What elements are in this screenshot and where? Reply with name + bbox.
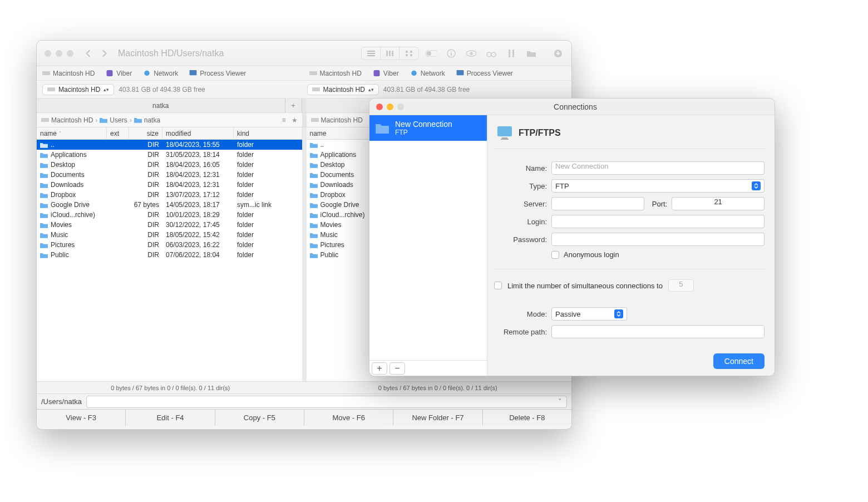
mode-label: Mode: (494, 310, 547, 318)
view-columns-button[interactable] (381, 47, 400, 60)
fn-button[interactable]: Copy - F5 (215, 410, 304, 426)
status-right: 0 bytes / 67 bytes in 0 / 0 file(s). 0 /… (304, 382, 572, 393)
favorite-process-viewer-right[interactable]: Process Viewer (456, 70, 513, 77)
breadcrumb-item[interactable]: Users (100, 116, 127, 124)
svg-rect-4 (389, 51, 391, 56)
view-grid-button[interactable] (400, 47, 418, 60)
favorite-macintosh-hd[interactable]: Macintosh HD (42, 70, 95, 77)
favorite-network-right[interactable]: Network (410, 70, 445, 77)
table-row[interactable]: Google Drive67 bytes14/05/2023, 18:17sym… (37, 200, 302, 210)
password-input[interactable] (551, 233, 765, 246)
remote-path-input[interactable] (551, 325, 765, 338)
port-input[interactable]: 21 (672, 197, 765, 210)
close-window-button[interactable] (45, 50, 51, 57)
table-row[interactable]: PublicDIR07/06/2022, 18:04folder (37, 250, 302, 260)
favorite-macintosh-hd-right[interactable]: Macintosh HD (309, 70, 362, 77)
fn-button[interactable]: New Folder - F7 (393, 410, 482, 426)
status-left: 0 bytes / 67 bytes in 0 / 0 file(s). 0 /… (37, 382, 304, 393)
path-input[interactable]: ˅ (86, 396, 567, 408)
toggle-icon[interactable] (426, 50, 437, 57)
svg-point-13 (451, 51, 452, 52)
sidebar-toolbar: + − (369, 360, 487, 376)
header-kind[interactable]: kind (234, 127, 302, 139)
add-connection-button[interactable]: + (372, 362, 387, 375)
svg-rect-26 (309, 71, 317, 75)
svg-rect-27 (373, 70, 379, 76)
add-tab-button-left[interactable]: + (285, 99, 302, 112)
minimize-dialog-button[interactable] (387, 104, 393, 110)
view-list-button[interactable] (362, 47, 381, 60)
drive-bar: Macintosh HD ▴▾ 403.81 GB of 494.38 GB f… (37, 81, 571, 99)
fn-button[interactable]: Edit - F4 (126, 410, 215, 426)
table-row[interactable]: ..DIR18/04/2023, 15:55folder (37, 140, 302, 150)
svg-rect-35 (502, 137, 507, 139)
svg-rect-6 (406, 51, 408, 53)
folder-icon[interactable] (526, 50, 537, 57)
fn-button[interactable]: Delete - F8 (483, 410, 571, 426)
server-input[interactable] (551, 197, 644, 210)
connections-sidebar: New Connection FTP + − (369, 115, 487, 376)
breadcrumb-item[interactable]: Macintosh HD (311, 116, 363, 124)
path-label: /Users/natka (41, 397, 82, 406)
name-input[interactable]: New Connection (551, 161, 765, 175)
svg-point-18 (491, 52, 496, 57)
drive-selector-right[interactable]: Macintosh HD ▴▾ (307, 84, 379, 95)
back-button[interactable] (83, 48, 93, 58)
favorite-network[interactable]: Network (143, 70, 178, 77)
favorite-viber[interactable]: Viber (106, 70, 132, 77)
list-view-icon[interactable]: ≡ (282, 116, 285, 124)
table-row[interactable]: DownloadsDIR18/04/2023, 12:31folder (37, 180, 302, 190)
svg-rect-36 (501, 139, 509, 140)
limit-input[interactable]: 5 (668, 279, 694, 292)
binoculars-icon[interactable] (486, 50, 497, 57)
breadcrumb-item[interactable]: Macintosh HD (41, 116, 93, 124)
svg-rect-23 (107, 70, 113, 76)
table-row[interactable]: DropboxDIR13/07/2023, 17:12folder (37, 190, 302, 200)
forward-button[interactable] (99, 48, 109, 58)
eye-icon[interactable] (466, 50, 477, 57)
mode-select[interactable]: Passive (551, 307, 627, 321)
info-icon[interactable] (446, 50, 457, 57)
connect-button[interactable]: Connect (713, 353, 765, 369)
dialog-titlebar: Connections (369, 99, 775, 115)
table-row[interactable]: MoviesDIR30/12/2022, 17:45folder (37, 220, 302, 230)
fn-button[interactable]: Move - F6 (304, 410, 393, 426)
limit-checkbox[interactable] (494, 282, 502, 289)
header-ext[interactable]: ext (107, 127, 129, 139)
minimize-window-button[interactable] (56, 50, 62, 57)
port-label: Port: (652, 200, 667, 208)
favorite-viber-right[interactable]: Viber (373, 70, 399, 77)
type-select[interactable]: FTP (551, 179, 765, 193)
table-row[interactable]: iCloud...rchive)DIR10/01/2023, 18:29fold… (37, 210, 302, 220)
nav-arrows (83, 48, 109, 58)
maximize-dialog-button[interactable] (397, 104, 404, 110)
table-row[interactable]: ApplicationsDIR31/05/2023, 18:14folder (37, 150, 302, 160)
fn-button[interactable]: View - F3 (37, 410, 126, 426)
svg-rect-9 (410, 54, 412, 56)
svg-rect-20 (512, 50, 514, 57)
remove-connection-button[interactable]: − (389, 362, 405, 375)
star-icon[interactable]: ★ (292, 116, 298, 124)
table-row[interactable]: MusicDIR18/05/2022, 15:42folder (37, 230, 302, 240)
pause-icon[interactable] (506, 50, 517, 57)
tab-left[interactable]: natka (37, 99, 285, 112)
download-icon[interactable] (553, 50, 564, 57)
table-row[interactable]: DesktopDIR18/04/2023, 16:05folder (37, 160, 302, 170)
header-modified[interactable]: modified (162, 127, 234, 139)
login-input[interactable] (551, 215, 765, 228)
chevron-right-icon: › (130, 116, 132, 124)
header-size[interactable]: size (129, 127, 162, 139)
close-dialog-button[interactable] (376, 104, 383, 110)
connection-item[interactable]: New Connection FTP (369, 115, 487, 141)
header-name[interactable]: name˄ (37, 127, 107, 139)
drive-selector-left[interactable]: Macintosh HD ▴▾ (42, 84, 114, 95)
svg-rect-32 (41, 118, 49, 122)
anonymous-checkbox[interactable] (551, 251, 559, 259)
favorite-process-viewer[interactable]: Process Viewer (189, 70, 246, 77)
free-space-left: 403.81 GB of 494.38 GB free (119, 86, 205, 93)
table-row[interactable]: PicturesDIR06/03/2023, 16:22folder (37, 240, 302, 250)
breadcrumb-item[interactable]: natka (134, 116, 160, 124)
svg-rect-2 (367, 55, 375, 56)
maximize-window-button[interactable] (67, 50, 73, 57)
table-row[interactable]: DocumentsDIR18/04/2023, 12:31folder (37, 170, 302, 180)
